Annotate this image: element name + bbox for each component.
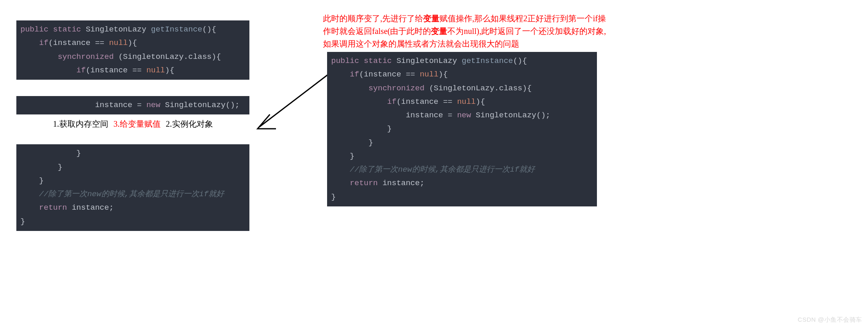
step-1-label: 1.获取内存空间 [53, 119, 108, 128]
left-code-block-3: } } } //除了第一次new的时候,其余都是只进行一次if就好 return… [16, 144, 249, 231]
reorder-steps: 1.获取内存空间 3.给变量赋值 2.实例化对象 [16, 119, 249, 130]
step-2-label: 2.实例化对象 [166, 119, 213, 128]
left-code-block-2: instance = new SingletonLazy(); [16, 96, 249, 114]
watermark-text: CSDN @小鱼不会骑车 [798, 316, 862, 324]
right-annotation-text: 此时的顺序变了,先进行了给变量赋值操作,那么如果线程2正好进行到第一个if操作时… [323, 12, 609, 50]
step-3-label-red: 3.给变量赋值 [114, 119, 161, 128]
right-code-block: public static SingletonLazy getInstance(… [327, 52, 597, 206]
right-column: 此时的顺序变了,先进行了给变量赋值操作,那么如果线程2正好进行到第一个if操作时… [323, 12, 609, 206]
left-code-block-1: public static SingletonLazy getInstance(… [16, 20, 249, 80]
left-column: public static SingletonLazy getInstance(… [16, 20, 249, 231]
